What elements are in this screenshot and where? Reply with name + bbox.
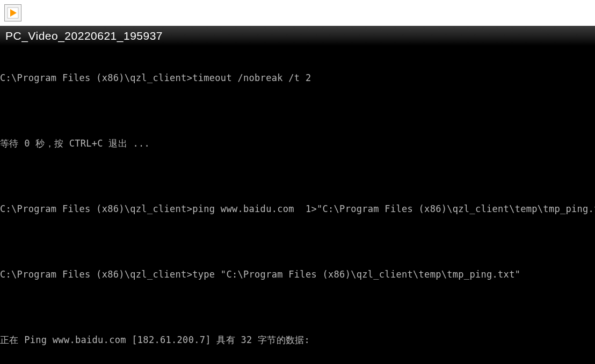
play-icon — [7, 7, 19, 19]
terminal-line: 等待 0 秒，按 CTRL+C 退出 ... — [0, 138, 595, 149]
terminal-output: C:\Program Files (x86)\qzl_client>timeou… — [0, 46, 595, 364]
terminal-line: C:\Program Files (x86)\qzl_client>ping w… — [0, 203, 595, 214]
terminal-line: C:\Program Files (x86)\qzl_client>type "… — [0, 269, 595, 280]
terminal-line: C:\Program Files (x86)\qzl_client>timeou… — [0, 72, 595, 83]
terminal-line — [0, 236, 595, 247]
terminal-line — [0, 105, 595, 116]
terminal-line: 正在 Ping www.baidu.com [182.61.200.7] 具有 … — [0, 334, 595, 345]
video-title: PC_Video_20220621_195937 — [5, 30, 163, 42]
player-toolbar — [0, 0, 595, 26]
terminal-line — [0, 171, 595, 181]
video-title-bar: PC_Video_20220621_195937 — [0, 26, 595, 46]
video-area[interactable]: PC_Video_20220621_195937 C:\Program File… — [0, 26, 595, 364]
play-button[interactable] — [4, 4, 21, 21]
terminal-line — [0, 302, 595, 312]
